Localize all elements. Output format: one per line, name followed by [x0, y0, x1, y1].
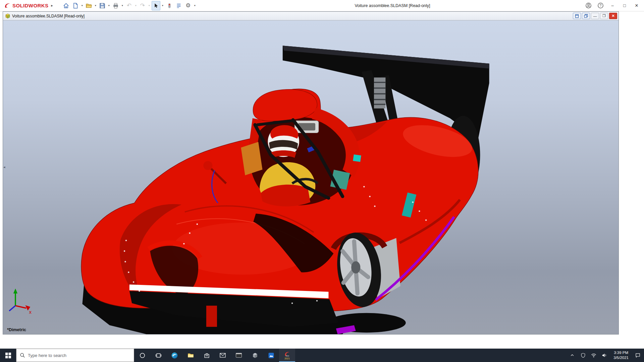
edge-button[interactable] [166, 349, 182, 362]
dropdown-caret-icon[interactable]: ▾ [148, 4, 151, 7]
user-account-icon [585, 2, 592, 9]
shield-icon [581, 353, 585, 358]
3d-cube-icon [252, 352, 258, 359]
tile-windows-icon [584, 14, 588, 18]
store-button[interactable] [199, 349, 215, 362]
microsoft-store-icon [204, 352, 210, 359]
solidworks-year-badge: 2021 [284, 357, 290, 360]
cortana-button[interactable] [134, 349, 150, 362]
undo-button[interactable]: ↶ [125, 1, 133, 10]
solidworks-app-icon [284, 351, 290, 357]
help-icon: ? [597, 2, 604, 9]
save-floppy-icon [99, 2, 106, 9]
account-button[interactable] [582, 1, 594, 11]
options-button[interactable]: ⚙ [184, 1, 193, 10]
new-window-icon [575, 14, 579, 18]
mail-button[interactable] [215, 349, 231, 362]
mail-icon [219, 352, 226, 358]
print-button[interactable] [111, 1, 120, 10]
doc-close-button[interactable]: ✕ [609, 13, 617, 19]
tray-expand-button[interactable] [568, 349, 577, 362]
new-document-button[interactable] [71, 1, 80, 10]
redo-button[interactable]: ↷ [138, 1, 147, 10]
maximize-button[interactable]: □ [619, 1, 631, 11]
triad-x-label: x [29, 309, 32, 315]
solidworks-app-button[interactable]: 2021 [279, 349, 295, 362]
help-button[interactable]: ? [594, 1, 606, 11]
search-input[interactable] [28, 353, 122, 358]
select-tool-button[interactable] [152, 1, 160, 10]
taskbar-search-box[interactable] [16, 349, 134, 362]
cortana-icon [139, 352, 146, 359]
save-button[interactable] [98, 1, 107, 10]
gear-icon: ⚙ [185, 3, 191, 8]
file-explorer-icon [187, 352, 194, 359]
doc-tile-windows-button[interactable] [582, 13, 590, 19]
dropdown-caret-icon[interactable]: ▾ [193, 4, 197, 7]
speaker-icon [602, 353, 607, 358]
toolbar-flyout-arrow-icon[interactable]: ▸ [50, 3, 56, 8]
status-bar [0, 335, 644, 349]
car-3d-model[interactable] [81, 46, 489, 334]
document-window-buttons: — ❐ ✕ [573, 13, 617, 19]
tray-volume-button[interactable] [600, 349, 609, 362]
teal-panel [353, 155, 361, 162]
app-caption-buttons: ? – □ ✕ [582, 1, 643, 11]
select-cursor-icon [153, 3, 159, 9]
open-button[interactable] [85, 1, 93, 10]
graphics-viewport[interactable]: ◂ [3, 20, 619, 334]
home-icon [63, 2, 69, 9]
new-document-icon [72, 2, 79, 9]
file-explorer-button[interactable] [182, 349, 199, 362]
command-prompt-icon [235, 352, 242, 358]
notification-icon [635, 353, 640, 358]
dropdown-caret-icon[interactable]: ▾ [134, 4, 138, 7]
windows-logo-icon [5, 353, 11, 358]
action-center-button[interactable] [633, 349, 642, 362]
document-titlebar: Voiture assomblee.SLDASM [Read-only] — ❐… [3, 12, 619, 20]
edge-browser-icon [171, 352, 178, 359]
photos-app-icon [268, 352, 274, 359]
wifi-icon [591, 353, 596, 358]
rebuild-button[interactable] [165, 1, 174, 10]
system-tray: 3:39 PM 3/5/2021 [568, 349, 644, 362]
3d-scene: x [3, 20, 619, 334]
file-properties-button[interactable] [174, 1, 183, 10]
dropdown-caret-icon[interactable]: ▾ [161, 4, 164, 7]
tray-network-button[interactable] [589, 349, 598, 362]
clock-date: 3/5/2021 [613, 355, 629, 360]
start-button[interactable] [0, 349, 16, 362]
feature-tree-collapse-arrow[interactable]: ◂ [3, 165, 5, 169]
photos-app-button[interactable] [263, 349, 279, 362]
task-view-icon [155, 352, 162, 359]
doc-new-window-button[interactable] [573, 13, 581, 19]
search-icon [20, 353, 25, 358]
doc-minimize-button[interactable]: — [591, 13, 599, 19]
dropdown-caret-icon[interactable]: ▾ [107, 4, 111, 7]
command-prompt-button[interactable] [231, 349, 247, 362]
edrawings-button[interactable] [247, 349, 263, 362]
home-button[interactable] [62, 1, 70, 10]
orientation-triad: x [9, 289, 32, 315]
app-titlebar: SOLIDWORKS ▸ ▾ ▾ [0, 0, 644, 11]
clock-time: 3:39 PM [613, 350, 629, 355]
dropdown-caret-icon[interactable]: ▾ [80, 4, 84, 7]
rebuild-traffic-light-icon [166, 3, 172, 9]
file-properties-icon [176, 3, 182, 9]
brand-name: SOLIDWORKS [12, 3, 48, 8]
tray-security-button[interactable] [579, 349, 587, 362]
printer-icon [112, 2, 119, 9]
taskbar-clock[interactable]: 3:39 PM 3/5/2021 [611, 350, 631, 360]
minimize-button[interactable]: – [606, 1, 619, 11]
close-button[interactable]: ✕ [631, 1, 643, 11]
document-title: Voiture assomblee.SLDASM [Read-only] [12, 14, 85, 18]
task-view-button[interactable] [150, 349, 166, 362]
doc-restore-button[interactable]: ❐ [600, 13, 608, 19]
dropdown-caret-icon[interactable]: ▾ [121, 4, 124, 7]
undo-icon: ↶ [127, 3, 131, 8]
view-orientation-label: *Dimetric [7, 327, 26, 332]
svg-text:?: ? [599, 4, 601, 7]
redo-icon: ↷ [140, 3, 145, 8]
dropdown-caret-icon[interactable]: ▾ [94, 4, 97, 7]
windows-taskbar: 2021 3:39 PM 3/5/ [0, 349, 644, 362]
